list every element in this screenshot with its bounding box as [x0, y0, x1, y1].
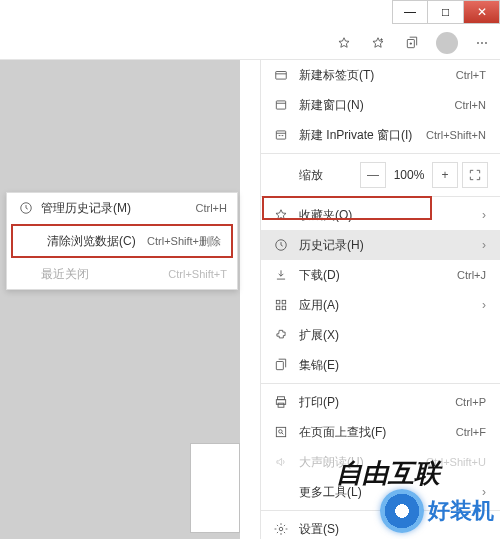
chevron-right-icon: ›	[482, 208, 486, 222]
new-inprivate-item[interactable]: 新建 InPrivate 窗口(I) Ctrl+Shift+N	[261, 120, 500, 150]
inprivate-icon	[271, 128, 291, 142]
zoom-row: 缩放 — 100% +	[261, 157, 500, 193]
new-tab-label: 新建标签页(T)	[291, 67, 456, 84]
collections-item[interactable]: 集锦(E)	[261, 350, 500, 380]
find-icon	[271, 425, 291, 439]
history-item[interactable]: 历史记录(H) ›	[261, 230, 500, 260]
new-tab-icon	[271, 68, 291, 82]
find-shortcut: Ctrl+F	[456, 426, 486, 438]
find-label: 在页面上查找(F)	[291, 424, 456, 441]
find-item[interactable]: 在页面上查找(F) Ctrl+F	[261, 417, 500, 447]
clear-browsing-data-label: 清除浏览数据(C)	[41, 233, 147, 250]
svg-rect-8	[276, 306, 280, 310]
collections-icon	[271, 358, 291, 372]
svg-rect-4	[276, 131, 285, 139]
star-icon	[271, 208, 291, 222]
svg-rect-11	[278, 397, 285, 400]
new-tab-shortcut: Ctrl+T	[456, 69, 486, 81]
zoom-in-button[interactable]: +	[432, 162, 458, 188]
new-window-label: 新建窗口(N)	[291, 97, 455, 114]
history-submenu: 管理历史记录(M) Ctrl+H 清除浏览数据(C) Ctrl+Shift+删除…	[6, 192, 238, 290]
browser-toolbar: ⋯	[0, 26, 500, 60]
favorites-label: 收藏夹(O)	[291, 207, 482, 224]
chevron-right-icon: ›	[482, 238, 486, 252]
manage-history-shortcut: Ctrl+H	[196, 202, 227, 214]
clear-browsing-data-item[interactable]: 清除浏览数据(C) Ctrl+Shift+删除	[13, 226, 231, 256]
profile-avatar[interactable]	[436, 32, 458, 54]
collections-label: 集锦(E)	[291, 357, 486, 374]
settings-more-icon[interactable]: ⋯	[472, 33, 492, 53]
history-label: 历史记录(H)	[291, 237, 482, 254]
new-tab-item[interactable]: 新建标签页(T) Ctrl+T	[261, 60, 500, 90]
zoom-label: 缩放	[271, 167, 358, 184]
watermark-logo: 好装机	[380, 489, 494, 533]
zoom-value: 100%	[388, 168, 430, 182]
zoom-out-button[interactable]: —	[360, 162, 386, 188]
downloads-shortcut: Ctrl+J	[457, 269, 486, 281]
apps-label: 应用(A)	[291, 297, 482, 314]
favorite-star-outline-icon[interactable]	[334, 33, 354, 53]
page-block	[190, 443, 240, 533]
separator	[261, 196, 500, 197]
recently-closed-item: 最近关闭 Ctrl+Shift+T	[7, 259, 237, 289]
clear-browsing-data-shortcut: Ctrl+Shift+删除	[147, 234, 221, 249]
print-item[interactable]: 打印(P) Ctrl+P	[261, 387, 500, 417]
extensions-label: 扩展(X)	[291, 327, 486, 344]
svg-rect-14	[276, 427, 285, 436]
favorites-star-plus-icon[interactable]	[368, 33, 388, 53]
favorites-item[interactable]: 收藏夹(O) ›	[261, 200, 500, 230]
window-controls: — □ ✕	[392, 0, 500, 24]
separator	[261, 153, 500, 154]
gear-icon	[271, 522, 291, 536]
history-icon	[17, 201, 35, 215]
print-shortcut: Ctrl+P	[455, 396, 486, 408]
extensions-item[interactable]: 扩展(X)	[261, 320, 500, 350]
recently-closed-shortcut: Ctrl+Shift+T	[168, 268, 227, 280]
svg-rect-9	[282, 306, 286, 310]
apps-item[interactable]: 应用(A) ›	[261, 290, 500, 320]
recently-closed-label: 最近关闭	[35, 266, 168, 283]
downloads-item[interactable]: 下载(D) Ctrl+J	[261, 260, 500, 290]
maximize-button[interactable]: □	[428, 0, 464, 24]
collections-icon[interactable]	[402, 33, 422, 53]
svg-rect-2	[276, 72, 287, 80]
history-icon	[271, 238, 291, 252]
extensions-icon	[271, 328, 291, 342]
svg-rect-3	[276, 101, 285, 109]
downloads-label: 下载(D)	[291, 267, 457, 284]
watermark-brand: 好装机	[428, 496, 494, 526]
close-button[interactable]: ✕	[464, 0, 500, 24]
read-aloud-icon	[271, 455, 291, 469]
fullscreen-button[interactable]	[462, 162, 488, 188]
chevron-right-icon: ›	[482, 298, 486, 312]
new-window-icon	[271, 98, 291, 112]
watermark-eye-icon	[380, 489, 424, 533]
svg-rect-10	[276, 362, 283, 370]
svg-rect-13	[278, 403, 284, 407]
new-window-shortcut: Ctrl+N	[455, 99, 486, 111]
apps-icon	[271, 298, 291, 312]
new-inprivate-shortcut: Ctrl+Shift+N	[426, 129, 486, 141]
separator	[261, 383, 500, 384]
new-window-item[interactable]: 新建窗口(N) Ctrl+N	[261, 90, 500, 120]
svg-point-16	[279, 527, 283, 531]
svg-rect-6	[276, 300, 280, 304]
manage-history-label: 管理历史记录(M)	[35, 200, 196, 217]
download-icon	[271, 268, 291, 282]
print-label: 打印(P)	[291, 394, 455, 411]
printer-icon	[271, 395, 291, 409]
manage-history-item[interactable]: 管理历史记录(M) Ctrl+H	[7, 193, 237, 223]
watermark-text: 自由互联	[336, 456, 440, 491]
minimize-button[interactable]: —	[392, 0, 428, 24]
svg-rect-7	[282, 300, 286, 304]
new-inprivate-label: 新建 InPrivate 窗口(I)	[291, 127, 426, 144]
